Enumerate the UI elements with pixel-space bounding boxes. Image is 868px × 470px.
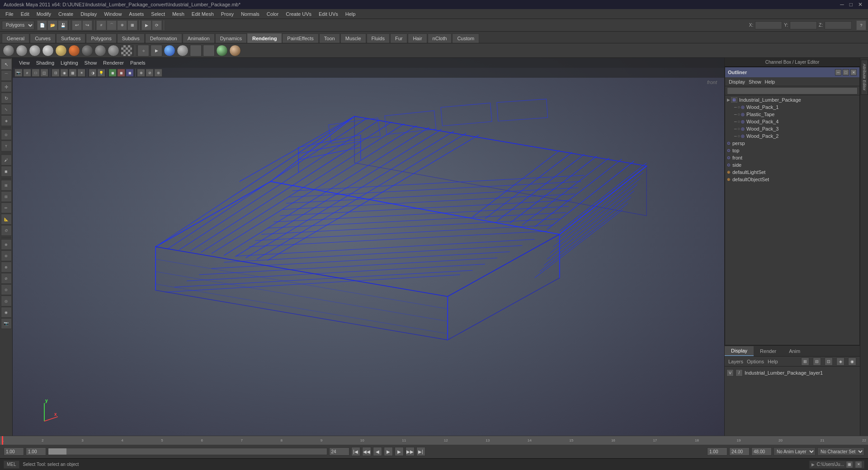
shelf-phong[interactable] (108, 45, 119, 56)
attribute-editor-strip[interactable]: Attribute Editor (861, 60, 868, 95)
rotate-tool-btn[interactable]: ↻ (1, 93, 12, 103)
vp-light[interactable]: ☀ (77, 69, 85, 77)
menu-item-window[interactable]: Window (100, 10, 125, 18)
last-tool-btn[interactable]: ◼ (1, 166, 12, 177)
layer-tab-display[interactable]: Display (725, 346, 754, 356)
extra-tool3[interactable]: ⊗ (1, 262, 12, 273)
script-editor-btn[interactable]: ▦ (846, 461, 853, 468)
layers-menu-item[interactable]: Layers (728, 359, 743, 364)
open-scene-btn[interactable]: 📂 (47, 20, 57, 30)
layer-row-1[interactable]: V / Industrial_Lumber_Package_layer1 (726, 368, 858, 377)
snap-surface-btn[interactable]: ▦ (127, 20, 137, 30)
shelf-area-light[interactable] (55, 45, 67, 56)
outliner-item-front[interactable]: ⊙ front (725, 154, 859, 161)
timeline-start-frame[interactable]: 1.00 (4, 447, 24, 456)
vp-menu-lighting[interactable]: Lighting (58, 59, 81, 66)
vp-menu-renderer[interactable]: Renderer (100, 59, 127, 66)
range-end-24[interactable] (729, 447, 750, 456)
vp-wireframe[interactable]: ⊡ (52, 69, 60, 77)
shelf-ambient-light[interactable] (3, 45, 14, 56)
tab-fluids[interactable]: Fluids (367, 33, 390, 43)
outliner-item-top[interactable]: ⊙ top (725, 147, 859, 154)
shelf-hypershade[interactable]: ⟐ (137, 45, 149, 56)
tab-animation[interactable]: Animation (183, 33, 215, 43)
close-path-btn[interactable]: ✕ (855, 461, 862, 468)
menu-item-proxy[interactable]: Proxy (217, 10, 237, 18)
layer-p-btn[interactable]: / (736, 369, 743, 376)
tab-dynamics[interactable]: Dynamics (215, 33, 247, 43)
z-input[interactable] (825, 21, 852, 29)
outliner-item-side[interactable]: ⊙ side (725, 161, 859, 169)
outliner-item-lumber-package[interactable]: ▶ ⊞ Industrial_Lumber_Package (725, 96, 859, 103)
prev-frame-btn[interactable]: ◀ (373, 447, 382, 456)
menu-item-edit-mesh[interactable]: Edit Mesh (188, 10, 217, 18)
x-input[interactable] (755, 21, 782, 29)
move-tool-btn[interactable]: ✛ (1, 81, 12, 92)
shelf-render-options[interactable] (177, 45, 189, 56)
outliner-menu-help[interactable]: Help (765, 79, 775, 85)
vp-safe-action[interactable]: ◫ (40, 69, 48, 77)
menu-item-edit[interactable]: Edit (17, 10, 33, 18)
vp-dynamics-mode[interactable]: ◼ (126, 69, 134, 77)
go-start-btn[interactable]: |◀ (351, 447, 360, 456)
tab-hair[interactable]: Hair (408, 33, 427, 43)
tab-ncloth[interactable]: nCloth (428, 33, 452, 43)
extra-tool2[interactable]: ⊖ (1, 250, 12, 261)
vp-texture[interactable]: ▦ (69, 69, 77, 77)
shelf-extra2[interactable] (203, 45, 215, 56)
tab-general[interactable]: General (2, 33, 29, 43)
timeline-ruler[interactable]: 1 2 3 4 5 6 7 8 9 10 11 12 13 14 15 16 1 (0, 436, 868, 445)
menu-item-normals[interactable]: Normals (237, 10, 263, 18)
layer-icon3[interactable]: ⊡ (825, 357, 833, 366)
time-slider-btn[interactable]: ⏱ (1, 225, 12, 236)
layer-tab-anim[interactable]: Anim (783, 347, 807, 356)
menu-item-file[interactable]: File (2, 10, 17, 18)
vp-color-mode[interactable]: ◼ (108, 69, 117, 77)
paint-sel-btn[interactable]: 🖌 (1, 155, 12, 165)
shelf-spot-light[interactable] (42, 45, 54, 56)
mode-selector[interactable]: Polygons (2, 21, 34, 30)
vp-menu-shading[interactable]: Shading (33, 59, 57, 66)
tab-toon[interactable]: Toon (319, 33, 340, 43)
vp-smooth[interactable]: ◉ (60, 69, 68, 77)
layer-icon5[interactable]: ◉ (848, 357, 856, 366)
tab-fur[interactable]: Fur (390, 33, 408, 43)
shelf-volume-light[interactable] (68, 45, 80, 56)
vp-extra2[interactable]: ⊘ (146, 69, 154, 77)
char-set-select[interactable]: No Character Set (817, 447, 864, 456)
vp-menu-panels[interactable]: Panels (127, 59, 148, 66)
tab-curves[interactable]: Curves (30, 33, 56, 43)
shelf-extra4[interactable] (229, 45, 241, 56)
grid-btn[interactable]: ⊟ (1, 191, 12, 202)
options-menu-item[interactable]: Options (747, 359, 764, 364)
menu-item-display[interactable]: Display (77, 10, 100, 18)
redo-btn[interactable]: ↪ (82, 20, 92, 30)
layer-icon2[interactable]: ⊟ (813, 357, 821, 366)
extra-tool4[interactable]: ⊘ (1, 273, 12, 284)
menu-item-create-uvs[interactable]: Create UVs (282, 10, 315, 18)
scale-tool-btn[interactable]: ⤡ (1, 104, 12, 115)
lasso-select-btn[interactable]: ⌒ (1, 70, 12, 81)
universal-manip-btn[interactable]: ◈ (1, 115, 12, 126)
new-scene-btn[interactable]: 📄 (37, 20, 47, 30)
outliner-item-default-light-set[interactable]: ⊕ defaultLightSet (725, 169, 859, 176)
prev-key-btn[interactable]: ◀◀ (362, 447, 371, 456)
minimize-btn[interactable]: ─ (838, 1, 846, 8)
outliner-menu-show[interactable]: Show (749, 79, 761, 85)
menu-item-edit-uvs[interactable]: Edit UVs (315, 10, 342, 18)
next-frame-btn[interactable]: ▶ (395, 447, 404, 456)
tab-surfaces[interactable]: Surfaces (56, 33, 85, 43)
layer-icon1[interactable]: ⊞ (801, 357, 809, 366)
tab-muscle[interactable]: Muscle (340, 33, 366, 43)
layer-icon4[interactable]: ◈ (836, 357, 844, 366)
tab-custom[interactable]: Custom (452, 33, 479, 43)
outliner-search-input[interactable] (727, 87, 858, 94)
ipr-btn[interactable]: ⟳ (152, 20, 162, 30)
outliner-item-wood-pack-2[interactable]: ─ ○ ◎ Wood_Pack_2 (725, 132, 859, 140)
help-menu-item[interactable]: Help (768, 359, 778, 364)
extra-tool7[interactable]: ◉ (1, 307, 12, 318)
tab-rendering[interactable]: Rendering (247, 33, 282, 43)
vp-camera-select[interactable]: 📷 (14, 69, 23, 77)
outliner-item-plastic-tape[interactable]: ─ ○ ◎ Plastic_Tape (725, 111, 859, 118)
camera-tool-btn[interactable]: 📷 (1, 318, 12, 329)
